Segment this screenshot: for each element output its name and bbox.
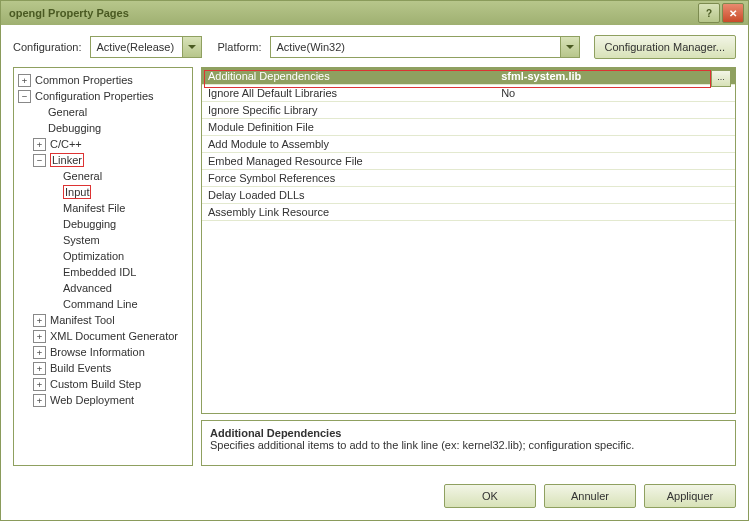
property-key: Ignore All Default Libraries xyxy=(202,85,495,102)
property-row[interactable]: Ignore All Default LibrariesNo xyxy=(202,85,735,102)
property-key: Ignore Specific Library xyxy=(202,102,495,119)
tree-node-linker[interactable]: −Linker xyxy=(16,152,190,168)
property-value[interactable]: No xyxy=(495,85,735,102)
window-title: opengl Property Pages xyxy=(5,7,696,19)
property-key: Embed Managed Resource File xyxy=(202,153,495,170)
property-key: Force Symbol References xyxy=(202,170,495,187)
tree-node-cpp[interactable]: +C/C++ xyxy=(16,136,190,152)
tree-node-linker-system[interactable]: System xyxy=(16,232,190,248)
chevron-down-icon xyxy=(560,37,579,57)
property-value[interactable] xyxy=(495,119,735,136)
tree-node-linker-optimization[interactable]: Optimization xyxy=(16,248,190,264)
tree-node-linker-advanced[interactable]: Advanced xyxy=(16,280,190,296)
tree-node-configuration-properties[interactable]: −Configuration Properties xyxy=(16,88,190,104)
configuration-manager-button[interactable]: Configuration Manager... xyxy=(594,35,736,59)
category-tree[interactable]: +Common Properties −Configuration Proper… xyxy=(13,67,193,466)
property-row[interactable]: Module Definition File xyxy=(202,119,735,136)
titlebar: opengl Property Pages ? ✕ xyxy=(1,1,748,25)
property-key: Assembly Link Resource xyxy=(202,204,495,221)
help-button[interactable]: ? xyxy=(698,3,720,23)
property-value[interactable] xyxy=(495,153,735,170)
property-row[interactable]: Assembly Link Resource xyxy=(202,204,735,221)
configuration-label: Configuration: xyxy=(13,41,82,53)
property-key: Module Definition File xyxy=(202,119,495,136)
apply-button[interactable]: Appliquer xyxy=(644,484,736,508)
platform-dropdown[interactable]: Active(Win32) xyxy=(270,36,580,58)
property-value[interactable] xyxy=(495,136,735,153)
tree-node-linker-general[interactable]: General xyxy=(16,168,190,184)
property-row[interactable]: Force Symbol References xyxy=(202,170,735,187)
configuration-dropdown[interactable]: Active(Release) xyxy=(90,36,202,58)
property-value[interactable]: sfml-system.lib xyxy=(495,68,735,85)
configuration-value: Active(Release) xyxy=(91,41,182,53)
tree-node-linker-embeddedidl[interactable]: Embedded IDL xyxy=(16,264,190,280)
ok-button[interactable]: OK xyxy=(444,484,536,508)
tree-node-xml-gen[interactable]: +XML Document Generator xyxy=(16,328,190,344)
tree-node-linker-manifest[interactable]: Manifest File xyxy=(16,200,190,216)
property-key: Additional Dependencies xyxy=(202,68,495,85)
close-button[interactable]: ✕ xyxy=(722,3,744,23)
property-pages-window: opengl Property Pages ? ✕ Configuration:… xyxy=(0,0,749,521)
tree-node-build-events[interactable]: +Build Events xyxy=(16,360,190,376)
property-row[interactable]: Ignore Specific Library xyxy=(202,102,735,119)
tree-node-debugging[interactable]: Debugging xyxy=(16,120,190,136)
property-row[interactable]: Add Module to Assembly xyxy=(202,136,735,153)
property-value[interactable] xyxy=(495,102,735,119)
property-row[interactable]: Additional Dependenciessfml-system.lib xyxy=(202,68,735,85)
tree-node-custom-step[interactable]: +Custom Build Step xyxy=(16,376,190,392)
property-key: Add Module to Assembly xyxy=(202,136,495,153)
chevron-down-icon xyxy=(182,37,201,57)
platform-label: Platform: xyxy=(218,41,262,53)
property-key: Delay Loaded DLLs xyxy=(202,187,495,204)
browse-button[interactable]: ... xyxy=(711,70,731,87)
description-panel: Additional Dependencies Specifies additi… xyxy=(201,420,736,466)
property-value[interactable] xyxy=(495,204,735,221)
tree-node-linker-input[interactable]: Input xyxy=(16,184,190,200)
property-value[interactable] xyxy=(495,187,735,204)
property-grid: ... Additional Dependenciessfml-system.l… xyxy=(201,67,736,414)
tree-node-web-deploy[interactable]: +Web Deployment xyxy=(16,392,190,408)
tree-node-general[interactable]: General xyxy=(16,104,190,120)
platform-value: Active(Win32) xyxy=(271,41,560,53)
tree-node-linker-debugging[interactable]: Debugging xyxy=(16,216,190,232)
dialog-footer: OK Annuler Appliquer xyxy=(1,476,748,520)
property-value[interactable] xyxy=(495,170,735,187)
tree-node-browse[interactable]: +Browse Information xyxy=(16,344,190,360)
property-row[interactable]: Delay Loaded DLLs xyxy=(202,187,735,204)
tree-node-manifest-tool[interactable]: +Manifest Tool xyxy=(16,312,190,328)
description-text: Specifies additional items to add to the… xyxy=(210,439,634,451)
property-row[interactable]: Embed Managed Resource File xyxy=(202,153,735,170)
description-title: Additional Dependencies xyxy=(210,427,341,439)
cancel-button[interactable]: Annuler xyxy=(544,484,636,508)
tree-node-common-properties[interactable]: +Common Properties xyxy=(16,72,190,88)
tree-node-linker-cmdline[interactable]: Command Line xyxy=(16,296,190,312)
config-toolbar: Configuration: Active(Release) Platform:… xyxy=(1,25,748,67)
